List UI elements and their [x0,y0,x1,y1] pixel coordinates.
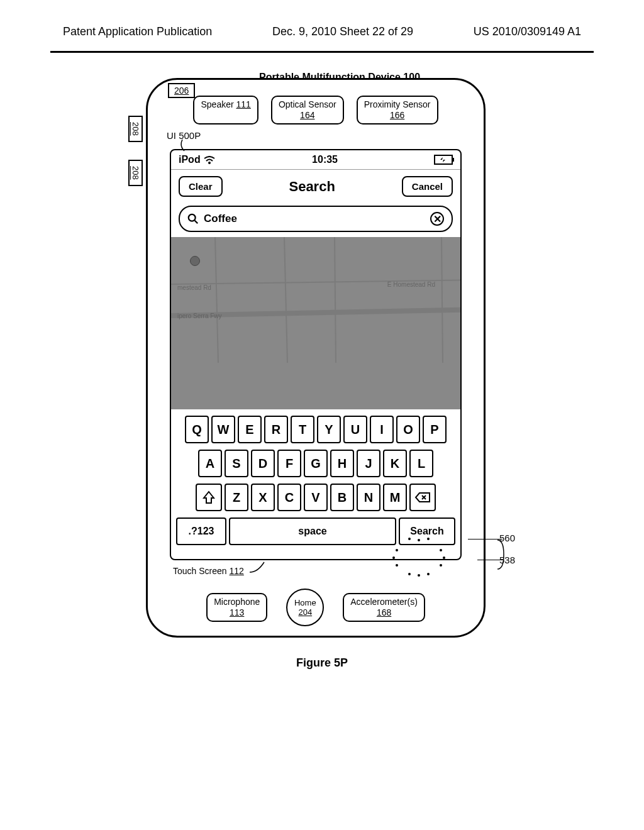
key-i[interactable]: I [370,416,394,443]
header-rule [50,51,594,53]
keyboard: Q W E R T Y U I O P A S D F G H [171,409,460,559]
svg-line-6 [284,237,287,363]
search-value: Coffee [204,213,425,225]
page-header: Patent Application Publication Dec. 9, 2… [0,0,644,51]
key-c[interactable]: C [277,484,301,511]
map-roads [171,237,460,409]
key-q[interactable]: Q [185,416,209,443]
search-input[interactable]: Coffee ✕ [179,206,453,232]
time-label: 10:35 [312,154,338,165]
figure-area: Portable Multifunction Device 100 206 20… [133,78,511,638]
battery-icon [434,155,453,165]
key-s[interactable]: S [225,450,248,477]
clear-input-icon[interactable]: ✕ [430,212,444,226]
key-h[interactable]: H [330,450,354,477]
figure-caption: Figure 5P [0,656,644,670]
key-n[interactable]: N [357,484,380,511]
key-d[interactable]: D [251,450,275,477]
shift-icon [203,490,215,504]
status-bar: iPod 10:35 [171,150,460,170]
label-208-b: 208 [128,160,143,186]
key-f[interactable]: F [277,450,301,477]
accelerometer-label: Accelerometer(s)168 [343,593,425,622]
key-l[interactable]: L [409,450,433,477]
svg-line-5 [215,237,218,363]
key-b[interactable]: B [330,484,354,511]
svg-point-0 [208,162,211,164]
key-w[interactable]: W [211,416,235,443]
search-icon [187,213,199,224]
svg-point-1 [189,214,196,221]
clear-button[interactable]: Clear [179,176,223,197]
keyboard-row-2: A S D F G H J K L [176,450,455,477]
backspace-icon [414,492,431,503]
keyboard-row-3: Z X C V B N M [176,484,455,511]
key-backspace[interactable] [409,484,436,511]
touch-screen: iPod 10:35 Clear Search Cancel [170,149,462,560]
key-v[interactable]: V [304,484,328,511]
svg-line-4 [171,309,460,316]
key-t[interactable]: T [291,416,314,443]
svg-line-8 [441,237,443,363]
nav-title: Search [289,179,335,195]
header-right: US 2010/0309149 A1 [474,25,581,38]
key-y[interactable]: Y [317,416,341,443]
bottom-components: Microphone113 Home 204 Accelerometer(s)1… [148,589,484,626]
label-206: 206 [168,83,195,98]
key-p[interactable]: P [423,416,447,443]
nav-bar: Clear Search Cancel [171,170,460,203]
optical-sensor-label: Optical Sensor 164 [271,96,344,124]
touch-indicator-dots [389,538,446,575]
home-button[interactable]: Home 204 [286,589,324,626]
device-outline: UI 500P Speaker 111 Optical Sensor 164 P… [146,78,486,638]
wifi-icon [203,156,216,165]
key-numbers[interactable]: .?123 [176,517,226,545]
key-x[interactable]: X [251,484,275,511]
key-j[interactable]: J [357,450,380,477]
key-shift[interactable] [196,484,222,511]
header-left: Patent Application Publication [63,25,212,38]
callout-bracket [496,539,506,570]
header-center: Dec. 9, 2010 Sheet 22 of 29 [272,25,413,38]
top-components: Speaker 111 Optical Sensor 164 Proximity… [148,96,484,124]
key-r[interactable]: R [264,416,288,443]
key-m[interactable]: M [383,484,407,511]
proximity-sensor-label: Proximity Sensor 166 [357,96,438,124]
key-space[interactable]: space [229,517,396,545]
microphone-label: Microphone113 [206,593,267,622]
key-z[interactable]: Z [225,484,248,511]
carrier-label: iPod [179,154,216,165]
key-u[interactable]: U [343,416,367,443]
label-208-a: 208 [128,116,143,142]
key-g[interactable]: G [304,450,328,477]
key-o[interactable]: O [396,416,420,443]
cancel-button[interactable]: Cancel [402,176,453,197]
key-a[interactable]: A [198,450,222,477]
connector-line [248,561,267,573]
key-e[interactable]: E [238,416,262,443]
svg-line-7 [335,237,336,363]
speaker-label: Speaker 111 [193,96,258,124]
keyboard-row-1: Q W E R T Y U I O P [176,416,455,443]
svg-line-2 [195,221,198,224]
key-k[interactable]: K [383,450,407,477]
touch-screen-label: Touch Screen 112 [173,566,244,576]
svg-line-3 [171,280,460,284]
map-preview[interactable]: mestead Rd E Homestead Rd ipero Serra Fw… [171,237,460,409]
